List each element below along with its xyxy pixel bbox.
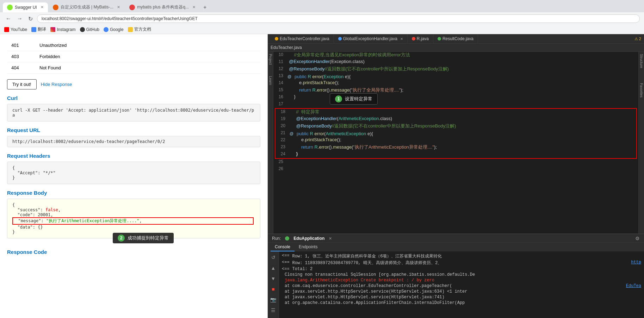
bookmark-youtube-label: YouTube: [11, 27, 27, 32]
console-link-2[interactable]: http: [631, 260, 641, 265]
line-num-18: 18: [275, 109, 290, 116]
main-content: 401 Unauthorized 403 Forbidden 404 Not F…: [0, 34, 644, 318]
ide-tab-result-code-label: ResultCode.java: [442, 36, 473, 41]
reload-button[interactable]: ↻: [27, 15, 34, 23]
learn-label[interactable]: Learn: [268, 74, 273, 87]
line-content-11: @ExceptionHandler(Exception.class): [287, 59, 638, 66]
line-num-12: 12: [273, 66, 287, 73]
bookmark-youtube[interactable]: YouTube: [4, 27, 27, 32]
tooltip-1: 1 设置特定异常: [330, 93, 378, 105]
url-text: localhost:8002/swagger-ui.html#!/edu45te…: [42, 16, 198, 21]
camera-btn[interactable]: 📷: [269, 295, 278, 304]
tab-mybatis1-close[interactable]: ✕: [117, 5, 120, 10]
bookmark-guanfang[interactable]: 官方文档: [128, 26, 151, 32]
ide-tab-r-java-label: R.java: [417, 36, 429, 41]
line-content-18: // 特定异常: [290, 109, 636, 116]
mybatis2-favicon: [129, 5, 135, 10]
forward-button[interactable]: →: [16, 15, 24, 23]
response-body-title: Response Body: [7, 190, 260, 196]
bookmark-instagram[interactable]: Instagram: [50, 27, 75, 32]
response-line-1: {: [12, 202, 255, 207]
bookmark-translate[interactable]: 翻译: [31, 26, 46, 32]
ide-tab-global-exception-close[interactable]: ✕: [400, 37, 403, 41]
tab-mybatis2-close[interactable]: ✕: [192, 5, 196, 10]
bottom-tab-endpoints[interactable]: Endpoints: [295, 243, 322, 251]
ide-tab-result-code[interactable]: ResultCode.java: [433, 34, 478, 43]
callout-2: 2 成功捕捉到特定异常: [113, 233, 174, 243]
marker-21: @: [290, 131, 295, 136]
code-line-26: 26: [273, 166, 638, 173]
restart-btn[interactable]: ↺: [269, 253, 278, 262]
ide-subtab-label: EduTeacher.java: [271, 45, 302, 50]
line-content-12: @ResponseBody//返回数据(它不在controller中所以要加上R…: [287, 66, 638, 73]
arrow-2: <==: [282, 260, 290, 265]
down-btn[interactable]: ▼: [269, 274, 278, 283]
arrow-1: <==: [282, 253, 290, 258]
line-content-20: @ResponseBody//返回数据(它不在controller中所以要加上R…: [290, 123, 636, 130]
bottom-tab-console[interactable]: Console: [271, 243, 295, 251]
console-line-6: at com.caq.eduservice.controller.EduTeac…: [279, 283, 644, 289]
table-row: 403 Forbidden: [7, 51, 260, 62]
console-text-3: Total: 2: [292, 267, 641, 272]
instagram-icon: [50, 27, 55, 32]
try-it-out-button[interactable]: Try it out!: [7, 79, 37, 89]
line-content-26: [287, 166, 638, 173]
ide-tab-edu-teacher-ctrl-label: EduTeacherController.java: [280, 36, 329, 41]
warning-badge: ⚠ 2: [634, 37, 641, 41]
url-input[interactable]: localhost:8002/swagger-ui.html#!/edu45te…: [37, 14, 640, 23]
tab-mybatis1[interactable]: 自定义ID生成器 | MyBatis-... ✕: [49, 2, 124, 12]
tab-bar: Swagger UI ✕ 自定义ID生成器 | MyBatis-... ✕ my…: [0, 0, 644, 12]
back-button[interactable]: ←: [4, 15, 13, 23]
line-content-22: e.printStackTrace();: [290, 137, 636, 144]
tab-swagger-close[interactable]: ✕: [41, 5, 44, 10]
code-line-24: 24 }: [275, 151, 636, 158]
request-url-value: http://localhost:8002/eduservice/edu-tea…: [7, 136, 260, 147]
ide-panel: EduTeacherController.java GlobalExceptio…: [268, 34, 644, 318]
run-close-icon[interactable]: ✕: [329, 236, 332, 241]
tab-swagger[interactable]: Swagger UI ✕: [3, 2, 48, 12]
response-table: 401 Unauthorized 403 Forbidden 404 Not F…: [7, 40, 260, 74]
code-line-12: 12 @ResponseBody//返回数据(它不在controller中所以要…: [273, 66, 638, 73]
stop-btn[interactable]: ■: [269, 285, 278, 294]
code-lines-wrapper: 10 //全局异常处理,当遇见Exception异常的时候调用error方法 1…: [273, 52, 638, 173]
code-line-21: 21 @ public R error(ArithmeticException …: [275, 130, 636, 137]
filter-btn[interactable]: ☰: [269, 306, 278, 315]
line-num-24: 24: [275, 151, 290, 158]
bookmark-google[interactable]: Google: [104, 27, 124, 32]
tab-mybatis2[interactable]: mybatis plus 条件构造器q... ✕: [125, 2, 200, 12]
favorites-label[interactable]: Favorites: [639, 81, 644, 100]
ide-tab-r-java[interactable]: R.java: [408, 34, 433, 43]
tab-mybatis2-label: mybatis plus 条件构造器q...: [137, 4, 189, 10]
console-text-7: at javax.servlet.http.HttpServlet.servic…: [285, 289, 641, 294]
table-row: 401 Unauthorized: [7, 40, 260, 51]
console-line-2: <== Row: 118939897263084789770, 晴天、高级讲师简…: [279, 260, 644, 266]
new-tab-button[interactable]: +: [200, 3, 209, 12]
github-icon: [80, 27, 85, 32]
ide-tab-global-exception[interactable]: GlobalExceptionHandler.java ✕: [334, 34, 408, 43]
request-url-title: Request URL: [7, 127, 260, 133]
line-num-23: 23: [275, 144, 290, 151]
line-content-15: return R.error().message("执行了全局异常处理...."…: [287, 87, 638, 94]
response-line-message: "message": "执行了ArithmeticException异常处理..…: [12, 217, 254, 225]
bookmarks-bar: YouTube 翻译 Instagram GitHub Google 官方文档: [0, 25, 644, 34]
side-labels-left: Project Learn: [268, 52, 273, 233]
console-text-9: at org.apache.catalina.core.ApplicationF…: [285, 300, 641, 305]
ide-tab-edu-teacher-ctrl[interactable]: EduTeacherController.java: [271, 34, 334, 43]
bookmark-github[interactable]: GitHub: [80, 27, 99, 32]
swagger-panel: 401 Unauthorized 403 Forbidden 404 Not F…: [0, 34, 268, 318]
ide-subtab[interactable]: EduTeacher.java: [268, 44, 644, 52]
line-content-21: public R error(ArithmeticException e){: [295, 131, 636, 136]
line-num-11: 11: [273, 59, 287, 66]
response-code-401: 401: [7, 40, 35, 51]
console-text-1: Row: 1, 张三、近年主持国家自然科学基金（6项）、江苏省重大科技成果转化: [292, 253, 641, 259]
console-line-8: at javax.servlet.http.HttpServlet.servic…: [279, 294, 644, 300]
hide-response-link[interactable]: Hide Response: [41, 82, 72, 87]
tooltip-1-num: 1: [335, 95, 342, 102]
line-num-21: 21: [275, 130, 290, 137]
project-label[interactable]: Project: [268, 52, 273, 67]
settings-icon[interactable]: ⚙: [635, 236, 640, 241]
console-link-6[interactable]: EduTea: [626, 283, 641, 288]
structure-label[interactable]: Structure: [639, 52, 644, 70]
up-btn[interactable]: ▲: [269, 263, 278, 273]
response-body-container: { "success": false, "code": 20001, "mess…: [7, 199, 260, 238]
